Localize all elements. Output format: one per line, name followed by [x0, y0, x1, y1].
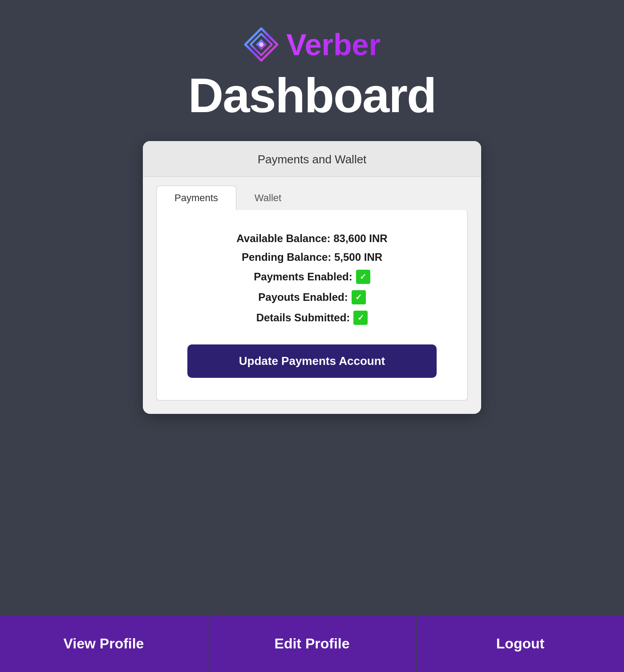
update-payments-button[interactable]: Update Payments Account [187, 344, 437, 378]
bottom-navigation-bar: View Profile Edit Profile Logout [0, 615, 624, 672]
payments-enabled-label: Payments Enabled: [254, 271, 352, 283]
payouts-enabled-row: Payouts Enabled: ✓ [258, 290, 365, 304]
verber-logo-icon [243, 27, 279, 62]
payouts-enabled-label: Payouts Enabled: [258, 291, 348, 304]
details-submitted-row: Details Submitted: ✓ [256, 311, 368, 325]
tab-wallet[interactable]: Wallet [236, 186, 300, 210]
payments-enabled-row: Payments Enabled: ✓ [254, 270, 370, 284]
available-balance: Available Balance: 83,600 INR [236, 232, 387, 245]
edit-profile-button[interactable]: Edit Profile [208, 615, 417, 672]
logout-button[interactable]: Logout [417, 615, 624, 672]
payments-enabled-check: ✓ [356, 270, 370, 284]
logo-row: Verber [243, 27, 381, 62]
dashboard-title: Dashboard [188, 67, 436, 123]
logo-text: Verber [286, 27, 381, 62]
payments-tab-content: Available Balance: 83,600 INR Pending Ba… [156, 210, 468, 401]
tabs-row: Payments Wallet [143, 177, 481, 210]
tab-payments[interactable]: Payments [156, 186, 236, 210]
view-profile-button[interactable]: View Profile [0, 615, 208, 672]
pending-balance: Pending Balance: 5,500 INR [242, 251, 382, 263]
main-content: Verber Dashboard Payments and Wallet Pay… [0, 0, 624, 672]
svg-point-3 [259, 42, 263, 47]
card-header: Payments and Wallet [143, 141, 481, 177]
details-submitted-label: Details Submitted: [256, 312, 350, 324]
payouts-enabled-check: ✓ [352, 290, 366, 304]
details-submitted-check: ✓ [353, 311, 368, 325]
payments-wallet-card: Payments and Wallet Payments Wallet Avai… [143, 141, 481, 414]
